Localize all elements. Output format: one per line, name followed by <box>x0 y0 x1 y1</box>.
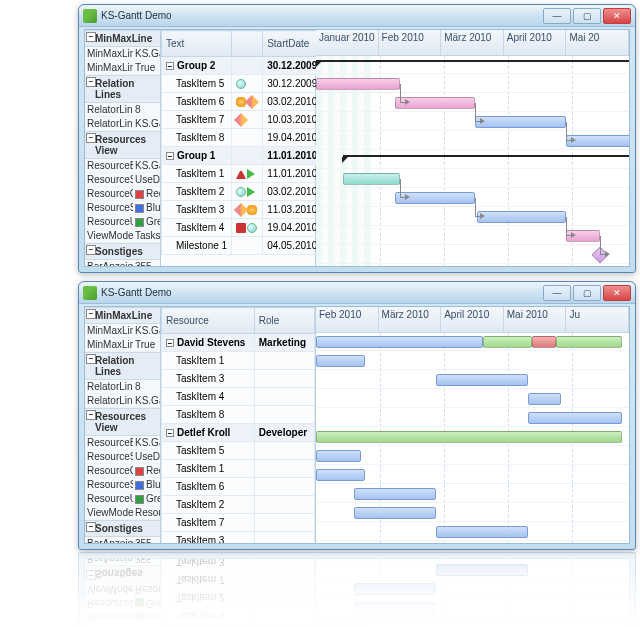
property-row[interactable]: ViewModeResources <box>85 582 160 596</box>
property-row[interactable]: ResourceStBlue <box>85 201 160 215</box>
property-row[interactable]: ResourceORed <box>85 187 160 201</box>
table-row[interactable]: TaskItem 203.02.2010 <box>162 183 322 201</box>
table-row[interactable]: −Group 230.12.2009 <box>162 57 322 75</box>
gantt-bar[interactable] <box>436 526 528 538</box>
gantt-bar[interactable] <box>354 602 436 614</box>
gantt-bar[interactable] <box>354 507 436 519</box>
table-row[interactable]: TaskItem 419.04.2010 <box>162 219 322 237</box>
gantt-bar[interactable] <box>316 450 361 462</box>
maximize-button[interactable]: ▢ <box>573 8 601 24</box>
gantt-bar[interactable] <box>343 173 400 185</box>
property-row[interactable]: ResourceUGreen <box>85 596 160 610</box>
timeline-month[interactable]: Mai 20 <box>566 30 629 55</box>
property-row[interactable]: ResourceStBlue <box>85 610 160 624</box>
property-row[interactable]: BarAnzeige355 <box>85 537 160 543</box>
property-row[interactable]: RelatorLin8 <box>85 380 160 394</box>
timeline-month[interactable]: Feb 2010 <box>379 30 442 55</box>
table-row[interactable]: TaskItem 1 <box>162 460 315 478</box>
property-row[interactable]: ResourceUGreen <box>85 215 160 229</box>
table-row[interactable]: TaskItem 819.04.2010 <box>162 129 322 147</box>
table-row[interactable]: TaskItem 603.02.2010 <box>162 93 322 111</box>
property-row[interactable]: ViewModeResources <box>85 506 160 520</box>
table-row[interactable]: TaskItem 4 <box>162 388 315 406</box>
col-resource[interactable]: Resource <box>162 308 255 334</box>
titlebar[interactable]: KS-Gantt Demo — ▢ ✕ <box>79 5 635 27</box>
minimize-button[interactable]: — <box>543 8 571 24</box>
minimize-button[interactable]: — <box>543 285 571 301</box>
col-role[interactable]: Role <box>254 308 314 334</box>
gantt-chart[interactable]: Feb 2010März 2010April 2010Mai 2010Ju <box>316 559 629 627</box>
gantt-bar[interactable] <box>354 488 436 500</box>
timeline-month[interactable]: Feb 2010 <box>316 307 379 332</box>
gantt-bar[interactable] <box>316 469 365 481</box>
table-row[interactable]: TaskItem 2 <box>162 589 315 607</box>
property-row[interactable]: ResourceORed <box>85 464 160 478</box>
summary-bar[interactable] <box>316 60 629 70</box>
table-row[interactable]: −Group 111.01.2010 <box>162 147 322 165</box>
property-category[interactable]: MinMaxLine <box>85 307 160 324</box>
property-row[interactable]: MinMaxLineKS.Gantt.Lin <box>85 47 160 61</box>
resource-summary-bar[interactable] <box>556 336 622 348</box>
property-grid[interactable]: MinMaxLineMinMaxLineKS.Gantt.LinMinMaxLi… <box>85 559 161 627</box>
property-row[interactable]: MinMaxLineKS.Gantt.Lin <box>85 324 160 338</box>
table-row[interactable]: TaskItem 311.03.2010 <box>162 201 322 219</box>
titlebar[interactable]: KS-Gantt Demo — ▢ ✕ <box>79 282 635 304</box>
resource-table[interactable]: Resource Role −David StevensMarketingTas… <box>161 307 316 543</box>
gantt-bar[interactable] <box>475 116 566 128</box>
task-table[interactable]: Text StartDate −Group 230.12.2009TaskIte… <box>161 30 316 266</box>
timeline-month[interactable]: Januar 2010 <box>316 30 379 55</box>
close-button[interactable]: ✕ <box>603 8 631 24</box>
property-category[interactable]: Resources View <box>85 131 160 159</box>
property-row[interactable]: MinMaxLineTrue <box>85 61 160 75</box>
resource-summary-bar[interactable] <box>316 431 622 443</box>
gantt-bar[interactable] <box>477 211 566 223</box>
gantt-bar[interactable] <box>436 564 528 576</box>
table-row[interactable]: TaskItem 6 <box>162 607 315 625</box>
resource-table[interactable]: Resource Role −David StevensMarketingTas… <box>161 559 316 627</box>
property-row[interactable]: RelatorLinKS.Gantt.Lin <box>85 117 160 131</box>
gantt-bar[interactable] <box>316 355 365 367</box>
table-row[interactable]: TaskItem 2 <box>162 496 315 514</box>
table-row[interactable]: −David StevensMarketing <box>162 334 315 352</box>
timeline-month[interactable]: April 2010 <box>504 30 567 55</box>
property-grid[interactable]: MinMaxLineMinMaxLineKS.Gantt.LinMinMaxLi… <box>85 307 161 543</box>
property-row[interactable]: ResourceUGreen <box>85 492 160 506</box>
property-row[interactable]: ViewModeTasks <box>85 229 160 243</box>
property-row[interactable]: ResourceStUseDefaultB <box>85 450 160 464</box>
property-category[interactable]: Sonstiges <box>85 243 160 260</box>
resource-summary-bar[interactable] <box>483 336 532 348</box>
property-row[interactable]: RelatorLinKS.Gantt.Lin <box>85 394 160 408</box>
table-row[interactable]: −Detlef KrollDeveloper <box>162 424 315 442</box>
timeline-month[interactable]: März 2010 <box>441 30 504 55</box>
property-row[interactable]: BarAnzeige355 <box>85 260 160 266</box>
property-category[interactable]: Sonstiges <box>85 520 160 537</box>
gantt-bar[interactable] <box>436 374 528 386</box>
table-row[interactable]: TaskItem 3 <box>162 559 315 571</box>
property-category[interactable]: Relation Lines <box>85 75 160 103</box>
table-row[interactable]: TaskItem 1 <box>162 352 315 370</box>
table-row[interactable]: TaskItem 111.01.2010 <box>162 165 322 183</box>
table-row[interactable]: TaskItem 530.12.2009 <box>162 75 322 93</box>
table-row[interactable]: Milestone 104.05.2010 <box>162 237 322 255</box>
table-row[interactable]: TaskItem 710.03.2010 <box>162 111 322 129</box>
gantt-bar[interactable] <box>354 583 436 595</box>
property-category[interactable]: MinMaxLine <box>85 30 160 47</box>
col-text[interactable]: Text <box>162 31 232 57</box>
property-row[interactable]: ResourceBaKS.Gantt.Ba <box>85 159 160 173</box>
property-row[interactable]: ResourceStBlue <box>85 478 160 492</box>
table-row[interactable]: TaskItem 5 <box>162 442 315 460</box>
table-row[interactable]: TaskItem 8 <box>162 406 315 424</box>
property-row[interactable]: ResourceBaKS.Gantt.Ba <box>85 436 160 450</box>
table-row[interactable]: TaskItem 3 <box>162 532 315 544</box>
maximize-button[interactable]: ▢ <box>573 285 601 301</box>
summary-bar[interactable] <box>343 155 629 165</box>
resource-summary-bar[interactable] <box>532 336 556 348</box>
property-row[interactable]: MinMaxLineTrue <box>85 338 160 352</box>
timeline-month[interactable]: April 2010 <box>441 307 504 332</box>
close-button[interactable]: ✕ <box>603 285 631 301</box>
gantt-bar[interactable] <box>316 78 400 90</box>
gantt-chart[interactable]: Januar 2010Feb 2010März 2010April 2010Ma… <box>316 30 629 266</box>
property-row[interactable]: RelatorLin8 <box>85 103 160 117</box>
property-grid[interactable]: MinMaxLineMinMaxLineKS.Gantt.LinMinMaxLi… <box>85 30 161 266</box>
property-category[interactable]: Resources View <box>85 408 160 436</box>
